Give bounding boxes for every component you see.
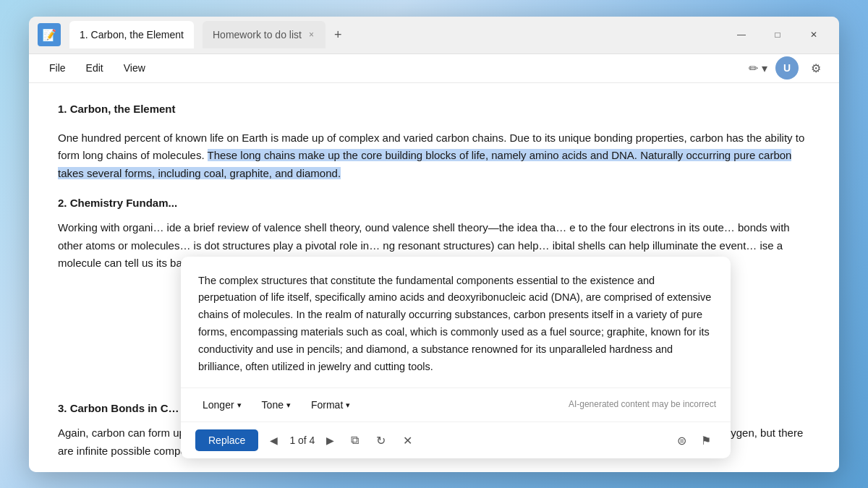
copy-button[interactable]: ⧉ [346,430,364,450]
tab-add-button[interactable]: + [334,27,342,43]
tab-inactive-label: Homework to do list [213,29,302,40]
avatar[interactable]: U [775,56,799,80]
menubar-right: ✏ ▾ U ⚙ [746,56,827,80]
pen-icon[interactable]: ✏ ▾ [746,56,770,80]
format-chevron: ▾ [346,401,350,410]
refresh-button[interactable]: ↻ [371,430,391,451]
nav-next-button[interactable]: ▶ [322,432,339,449]
menu-edit[interactable]: Edit [77,59,112,77]
actions-right: ⊜ ⚑ [672,430,716,451]
tab-inactive[interactable]: Homework to do list × [203,21,326,48]
heading-1: 1. Carbon, the Element [58,100,810,118]
app-icon: 📝 [38,23,61,46]
menubar: File Edit View ✏ ▾ U ⚙ [29,54,839,83]
tone-dropdown[interactable]: Tone ▾ [255,395,298,414]
ai-disclaimer: AI-generated content may be incorrect [569,398,716,411]
ai-popup: The complex structures that constitute t… [181,257,731,459]
settings-icon[interactable]: ⚙ [804,56,827,80]
close-ai-button[interactable]: ✕ [398,430,417,451]
tab-close-icon[interactable]: × [307,28,315,41]
document-content: 1. Carbon, the Element One hundred perce… [29,83,839,472]
main-window: 📝 1. Carbon, the Element Homework to do … [29,17,839,472]
longer-dropdown[interactable]: Longer ▾ [195,395,249,414]
longer-chevron: ▾ [237,401,242,410]
window-controls: — □ ✕ [725,23,830,46]
tab-active-label: 1. Carbon, the Element [80,29,184,40]
ai-generated-text: The complex structures that constitute t… [181,257,731,389]
maximize-button[interactable]: □ [761,23,794,46]
menu-view[interactable]: View [115,59,154,77]
flag-icon-button[interactable]: ⚑ [696,430,716,451]
paragraph-1: One hundred percent of known life on Ear… [58,129,810,183]
minimize-button[interactable]: — [725,23,758,46]
tone-chevron: ▾ [286,401,291,410]
stack-icon-button[interactable]: ⊜ [672,430,692,451]
ai-actions: Replace ◀ 1 of 4 ▶ ⧉ ↻ ✕ ⊜ ⚑ [181,422,731,458]
nav-count: 1 of 4 [289,432,315,448]
ai-toolbar: Longer ▾ Tone ▾ Format ▾ AI-generated co… [181,388,731,422]
replace-button[interactable]: Replace [195,429,258,451]
format-dropdown[interactable]: Format ▾ [304,395,357,414]
nav-prev-button[interactable]: ◀ [265,432,282,449]
menu-file[interactable]: File [41,59,75,77]
heading-2: 2. Chemistry Fundam... [58,194,810,212]
titlebar: 📝 1. Carbon, the Element Homework to do … [29,17,839,54]
tab-active[interactable]: 1. Carbon, the Element [69,21,194,48]
close-button[interactable]: ✕ [797,23,830,46]
